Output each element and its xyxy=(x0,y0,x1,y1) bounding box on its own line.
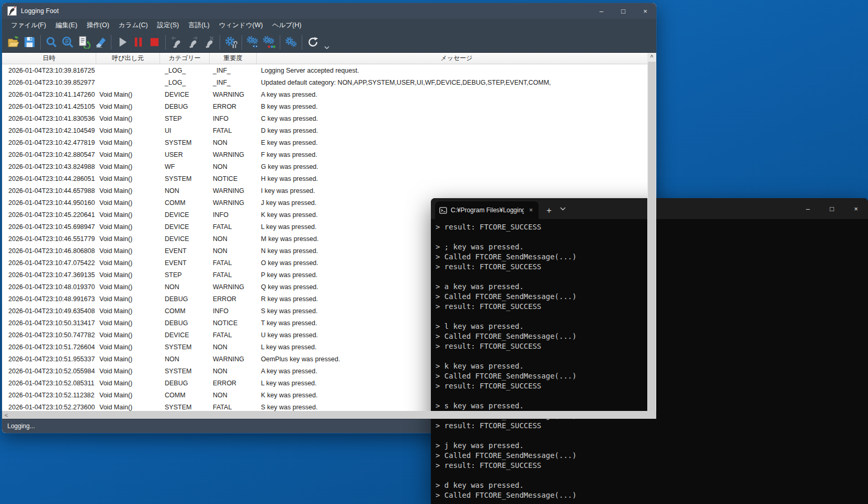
cell-caller: Void Main() xyxy=(96,368,160,375)
table-row[interactable]: 2026-01-04T23:10:50.313417 Void Main() D… xyxy=(2,317,647,329)
close-button[interactable]: × xyxy=(634,3,656,19)
log-refresh-icon xyxy=(77,36,90,49)
cell-message: Logging Server accepted request. xyxy=(257,67,647,74)
log-refresh-button[interactable] xyxy=(76,34,92,51)
cell-category: STEP xyxy=(160,271,210,279)
menu-item[interactable]: 言語(L) xyxy=(184,21,214,30)
cell-category: WF xyxy=(160,163,210,170)
table-row[interactable]: 2026-01-04T23:10:51.955337 Void Main() N… xyxy=(2,353,647,365)
cell-caller: Void Main() xyxy=(96,271,160,279)
maximize-button[interactable]: □ xyxy=(612,3,634,19)
table-row[interactable]: 2026-01-04T23:10:42.104549 Void Main() U… xyxy=(2,124,647,136)
log-titlebar[interactable]: Logging Foot – □ × xyxy=(2,3,656,19)
table-row[interactable]: 2026-01-04T23:10:39.816725 _LOG_ _INF_ L… xyxy=(2,64,647,76)
cell-category: COMM xyxy=(160,392,210,399)
menu-item[interactable]: ファイル(F) xyxy=(6,21,51,30)
vertical-scrollbar[interactable]: ^ xyxy=(647,53,656,411)
table-row[interactable]: 2026-01-04T23:10:41.147260 Void Main() D… xyxy=(2,88,647,100)
cell-datetime: 2026-01-04T23:10:45.698947 xyxy=(2,223,96,231)
vertical-scroll-thumb[interactable] xyxy=(648,62,656,411)
start-button[interactable] xyxy=(114,34,130,51)
cell-message: N key was pressed. xyxy=(257,247,647,255)
cell-severity: ERROR xyxy=(210,380,257,387)
stop-button[interactable] xyxy=(146,34,163,51)
close-button[interactable]: × xyxy=(844,198,868,219)
save-button[interactable] xyxy=(21,34,38,51)
cell-message: G key was pressed. xyxy=(257,163,647,170)
table-row[interactable]: 2026-01-04T23:10:52.085311 Void Main() D… xyxy=(2,377,647,389)
foot-forward-icon xyxy=(186,36,199,49)
table-row[interactable]: 2026-01-04T23:10:44.657988 Void Main() N… xyxy=(2,185,647,197)
menu-item[interactable]: ヘルプ(H) xyxy=(268,21,306,30)
table-row[interactable]: 2026-01-04T23:10:43.824988 Void Main() W… xyxy=(2,161,647,173)
foot-cancel-button[interactable] xyxy=(201,34,217,51)
table-row[interactable]: 2026-01-04T23:10:52.055984 Void Main() S… xyxy=(2,365,647,377)
table-row[interactable]: 2026-01-04T23:10:49.635408 Void Main() C… xyxy=(2,305,647,317)
menu-item[interactable]: 編集(E) xyxy=(51,21,82,30)
column-header-datetime[interactable]: 日時 xyxy=(2,53,96,64)
search-detail-button[interactable] xyxy=(60,34,76,51)
table-row[interactable]: 2026-01-04T23:10:48.019370 Void Main() N… xyxy=(2,281,647,293)
cell-message: M key was pressed. xyxy=(257,235,647,243)
table-row[interactable]: 2026-01-04T23:10:46.806808 Void Main() E… xyxy=(2,245,647,257)
minimize-button[interactable]: – xyxy=(590,3,612,19)
table-row[interactable]: 2026-01-04T23:10:52.112382 Void Main() C… xyxy=(2,389,647,401)
cell-datetime: 2026-01-04T23:10:47.075422 xyxy=(2,259,96,267)
column-header-category[interactable]: カテゴリー xyxy=(160,53,210,64)
cell-message: OemPlus key was pressed. xyxy=(257,356,647,363)
column-header-caller[interactable]: 呼び出し元 xyxy=(96,53,160,64)
cell-severity: FATAL xyxy=(210,127,257,134)
table-row[interactable]: 2026-01-04T23:10:41.425105 Void Main() D… xyxy=(2,100,647,112)
menu-item[interactable]: 操作(O) xyxy=(82,21,114,30)
table-row[interactable]: 2026-01-04T23:10:44.286051 Void Main() S… xyxy=(2,173,647,185)
pause-button[interactable] xyxy=(130,34,146,51)
table-row[interactable]: 2026-01-04T23:10:48.991673 Void Main() D… xyxy=(2,293,647,305)
cell-datetime: 2026-01-04T23:10:51.955337 xyxy=(2,356,96,363)
table-row[interactable]: 2026-01-04T23:10:39.852977 _LOG_ _INF_ U… xyxy=(2,76,647,88)
clear-button[interactable] xyxy=(92,34,108,51)
table-row[interactable]: 2026-01-04T23:10:44.950160 Void Main() C… xyxy=(2,197,647,209)
reload-button[interactable] xyxy=(305,34,321,51)
column-header-message[interactable]: メッセージ xyxy=(257,53,656,64)
toolbar-overflow-icon[interactable] xyxy=(324,42,329,51)
maximize-button[interactable]: □ xyxy=(820,198,844,219)
cell-caller: Void Main() xyxy=(96,103,160,110)
table-row[interactable]: 2026-01-04T23:10:45.698947 Void Main() D… xyxy=(2,221,647,233)
foot-back-button[interactable] xyxy=(168,34,185,51)
settings-tools-button[interactable] xyxy=(223,34,239,51)
cell-severity: WARNING xyxy=(210,151,257,158)
menu-item[interactable]: 設定(S) xyxy=(153,21,184,30)
cell-severity: _INF_ xyxy=(210,79,257,86)
search-button[interactable] xyxy=(43,34,60,51)
minimize-button[interactable]: – xyxy=(796,198,820,219)
stop-icon xyxy=(148,36,161,49)
foot-cancel-icon xyxy=(202,36,215,49)
search-icon xyxy=(45,36,58,49)
cell-category: EVENT xyxy=(160,247,210,255)
open-button[interactable] xyxy=(5,34,21,51)
table-row[interactable]: 2026-01-04T23:10:42.477819 Void Main() S… xyxy=(2,136,647,148)
table-row[interactable]: 2026-01-04T23:10:51.726604 Void Main() S… xyxy=(2,341,647,353)
settings-category-button[interactable] xyxy=(261,34,277,51)
foot-forward-button[interactable] xyxy=(185,34,201,51)
settings-view-button[interactable] xyxy=(245,34,261,51)
log-window-controls: – □ × xyxy=(590,3,656,19)
cell-datetime: 2026-01-04T23:10:50.313417 xyxy=(2,319,96,327)
table-row[interactable]: 2026-01-04T23:10:47.075422 Void Main() E… xyxy=(2,257,647,269)
cell-datetime: 2026-01-04T23:10:49.635408 xyxy=(2,307,96,315)
toolbar-separator xyxy=(280,35,280,50)
table-row[interactable]: 2026-01-04T23:10:46.551779 Void Main() D… xyxy=(2,233,647,245)
table-row[interactable]: 2026-01-04T23:10:42.880547 Void Main() U… xyxy=(2,148,647,161)
table-row[interactable]: 2026-01-04T23:10:50.747782 Void Main() D… xyxy=(2,329,647,341)
scroll-up-icon[interactable]: ^ xyxy=(647,53,656,62)
scroll-left-icon[interactable]: < xyxy=(2,412,10,418)
table-row[interactable]: 2026-01-04T23:10:41.830536 Void Main() S… xyxy=(2,112,647,124)
table-row[interactable]: 2026-01-04T23:10:45.220641 Void Main() D… xyxy=(2,209,647,221)
table-row[interactable]: 2026-01-04T23:10:47.369135 Void Main() S… xyxy=(2,269,647,281)
horizontal-scrollbar[interactable]: < xyxy=(2,411,656,419)
settings-gears-button[interactable] xyxy=(283,34,299,51)
menu-item[interactable]: カラム(C) xyxy=(114,21,153,30)
cell-message: P key was pressed. xyxy=(257,271,647,279)
menu-item[interactable]: ウィンドウ(W) xyxy=(214,21,268,30)
column-header-severity[interactable]: 重要度 xyxy=(210,53,257,64)
